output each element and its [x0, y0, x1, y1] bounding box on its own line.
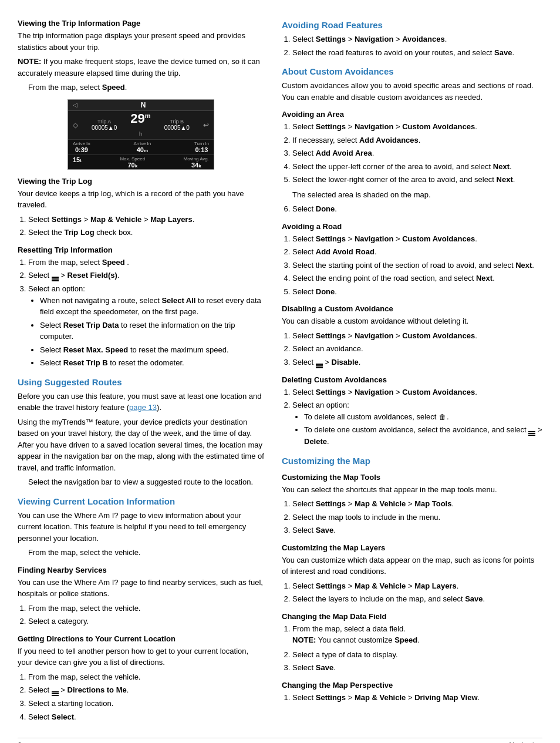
suggested-routes-desc2: Using the myTrends™ feature, your device…	[18, 416, 264, 474]
deleting-avoidances-steps: Select Settings > Navigation > Custom Av…	[292, 386, 542, 448]
resetting-steps: From the map, select Speed . Select > Re…	[28, 257, 264, 369]
trip-b-block: Trip B 00005▲0	[164, 119, 190, 131]
about-custom-avoidances-title: About Custom Avoidances	[282, 66, 542, 76]
list-item: Select Save.	[292, 662, 542, 674]
map-layers-steps: Select Settings > Map & Vehicle > Map La…	[292, 580, 542, 605]
list-item: Select Add Avoid Area.	[292, 147, 542, 159]
using-suggested-routes-title: Using Suggested Routes	[18, 377, 264, 387]
trip-computer-image: ◁ N ◇ Trip A 00005▲0 29mh	[68, 99, 214, 170]
customizing-map-tools-title: Customizing the Map Tools	[282, 473, 542, 482]
list-item: Select a category.	[28, 616, 264, 627]
list-item: Select the starting point of the section…	[292, 260, 542, 271]
list-item: Select Settings > Navigation > Custom Av…	[292, 121, 542, 133]
turn-in-2: 15t	[73, 156, 82, 169]
list-item: Select Settings > Navigation > Custom Av…	[292, 386, 542, 398]
list-item: Select Settings > Map & Vehicle > Drivin…	[292, 692, 542, 704]
trip-a-block: Trip A 00005▲0	[92, 119, 117, 131]
changing-map-data-title: Changing the Map Data Field	[282, 612, 542, 621]
map-data-note: NOTE: You cannot customize Speed.	[292, 634, 542, 646]
trip-log-steps: Select Settings > Map & Vehicle > Map La…	[28, 214, 264, 238]
getting-directions-desc: If you need to tell another person how t…	[18, 645, 264, 668]
list-item: Select an avoidance.	[292, 343, 542, 355]
arrive-in-2: Arrive In 40m	[133, 141, 151, 153]
avoiding-area-title: Avoiding an Area	[282, 110, 542, 119]
finding-nearby-steps: From the map, select the vehicle. Select…	[28, 603, 264, 627]
list-item: From the map, select the vehicle.	[28, 671, 264, 683]
note-label: NOTE:	[18, 57, 41, 66]
map-data-steps: From the map, select a data field. NOTE:…	[292, 623, 542, 674]
list-item: Select Add Avoid Road.	[292, 246, 542, 258]
list-item: Select Settings > Map & Vehicle > Map To…	[292, 498, 542, 510]
customizing-map-title: Customizing the Map	[282, 456, 542, 466]
avoiding-area-steps: Select Settings > Navigation > Custom Av…	[292, 121, 542, 186]
finding-nearby-title: Finding Nearby Services	[18, 566, 264, 574]
page-container: Viewing the Trip Information Page The tr…	[18, 12, 542, 743]
delete-options: To delete all custom avoidances, select …	[304, 411, 542, 448]
arrive-in-1: Arrive In 0:39	[73, 141, 90, 153]
from-map-vehicle: From the map, select the vehicle.	[28, 547, 264, 559]
list-item: Select Settings > Navigation > Avoidance…	[292, 33, 542, 45]
map-tools-steps: Select Settings > Map & Vehicle > Map To…	[292, 498, 542, 536]
list-item: From the map, select Speed .	[28, 257, 264, 268]
list-item: When not navigating a route, select Sele…	[40, 295, 264, 318]
disabling-avoidance-desc: You can disable a custom avoidance witho…	[282, 315, 542, 327]
viewing-current-location-desc: You can use the Where Am I? page to view…	[18, 510, 264, 544]
menu-icon	[52, 277, 59, 281]
reset-options: When not navigating a route, select Sele…	[40, 295, 264, 369]
list-item: Select the ending point of the road sect…	[292, 273, 542, 284]
list-item: Select Settings > Navigation > Custom Av…	[292, 233, 542, 245]
avoiding-road-features-title: Avoiding Road Features	[282, 20, 542, 30]
disabling-avoidance-steps: Select Settings > Navigation > Custom Av…	[292, 330, 542, 368]
page-footer: 6 Navigation	[18, 738, 542, 743]
viewing-trip-info-title: Viewing the Trip Information Page	[18, 19, 264, 28]
moving-avg: Moving Avg. 34k	[184, 156, 209, 169]
suggested-routes-indented: Select the navigation bar to view a sugg…	[28, 476, 264, 488]
resetting-trip-title: Resetting Trip Information	[18, 246, 264, 254]
viewing-trip-info-desc: The trip information page displays your …	[18, 30, 264, 53]
right-column: Avoiding Road Features Select Settings >…	[282, 12, 542, 726]
turn-in-1: Turn In 0:13	[194, 141, 209, 153]
list-item: Select > Disable.	[292, 357, 542, 368]
list-item: Select Save.	[292, 525, 542, 536]
avoiding-road-title: Avoiding a Road	[282, 222, 542, 231]
avoiding-road-steps: Select Settings > Navigation > Avoidance…	[292, 33, 542, 58]
customizing-map-layers-desc: You can customize which data appear on t…	[282, 554, 542, 577]
customizing-map-layers-title: Customizing the Map Layers	[282, 543, 542, 552]
list-item: Select a type of data to display.	[292, 649, 542, 661]
menu-icon	[528, 431, 535, 436]
list-item: Select an option: To delete all custom a…	[292, 399, 542, 448]
list-item: Select the Trip Log check box.	[28, 227, 264, 238]
list-item: From the map, select a data field. NOTE:…	[292, 623, 542, 646]
list-item: Select the map tools to include in the m…	[292, 512, 542, 523]
menu-icon	[52, 691, 59, 696]
about-custom-desc: Custom avoidances allow you to avoid spe…	[282, 80, 542, 103]
list-item: Select Reset Trip Data to reset the info…	[40, 320, 264, 342]
viewing-trip-log-title: Viewing the Trip Log	[18, 177, 264, 186]
customizing-map-tools-desc: You can select the shortcuts that appear…	[282, 484, 542, 496]
list-item: Select Select.	[28, 711, 264, 723]
trip-note: NOTE: If you make frequent stops, leave …	[18, 56, 264, 79]
list-item: Select the upper-left corner of the area…	[292, 161, 542, 173]
list-item: Select Done.	[292, 286, 542, 298]
note-text: If you make frequent stops, leave the de…	[18, 57, 260, 78]
list-item: Select Settings > Map & Vehicle > Map La…	[28, 214, 264, 226]
two-col-layout: Viewing the Trip Information Page The tr…	[18, 12, 542, 726]
deleting-avoidances-title: Deleting Custom Avoidances	[282, 375, 542, 384]
avoiding-area-step6: Select Done.	[292, 203, 542, 215]
max-speed: Max. Speed 70k	[120, 156, 145, 169]
getting-directions-title: Getting Directions to Your Current Locat…	[18, 634, 264, 643]
list-item: Select > Directions to Me.	[28, 684, 264, 696]
viewing-current-location-title: Viewing Current Location Information	[18, 496, 264, 506]
avoiding-road-steps-2: Select Settings > Navigation > Custom Av…	[292, 233, 542, 298]
speed-display: 29mh	[130, 112, 150, 138]
map-perspective-steps: Select Settings > Map & Vehicle > Drivin…	[292, 692, 542, 704]
diamond-icon: ◇	[73, 121, 78, 129]
area-shaded-note: The selected area is shaded on the map.	[292, 189, 542, 201]
list-item: From the map, select the vehicle.	[28, 603, 264, 614]
list-item: Select Reset Max. Speed to reset the max…	[40, 344, 264, 356]
list-item: If necessary, select Add Avoidances.	[292, 135, 542, 146]
disabling-avoidance-title: Disabling a Custom Avoidance	[282, 304, 542, 313]
suggested-routes-desc1: Before you can use this feature, you mus…	[18, 391, 264, 413]
viewing-trip-log-desc: Your device keeps a trip log, which is a…	[18, 188, 264, 211]
list-item: Select Settings > Map & Vehicle > Map La…	[292, 580, 542, 592]
